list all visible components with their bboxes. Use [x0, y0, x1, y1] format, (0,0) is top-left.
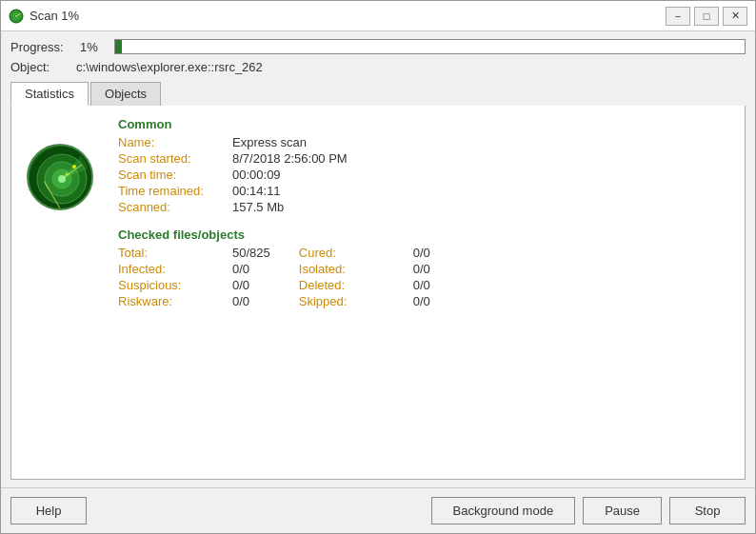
stat-label-started: Scan started: [118, 151, 232, 166]
background-mode-button[interactable]: Background mode [431, 497, 576, 524]
checked-label-isolated: Isolated: [299, 262, 413, 276]
checked-label-infected: Infected: [118, 262, 232, 276]
object-row: Object: c:\windows\explorer.exe::rsrc_26… [10, 60, 746, 74]
bottom-bar: Help Background mode Pause Stop [1, 487, 755, 533]
checked-label-deleted: Deleted: [299, 278, 413, 292]
svg-point-14 [72, 165, 76, 168]
progress-label: Progress: [10, 40, 72, 54]
tab-content-statistics: Common Name: Express scan Scan started: … [10, 106, 746, 480]
checked-left-cols: Total: 50/825 Infected: 0/0 Suspicious: … [118, 246, 270, 310]
stat-value-scanned: 157.5 Mb [232, 200, 284, 214]
stats-content: Common Name: Express scan Scan started: … [118, 115, 729, 469]
tab-bar: Statistics Objects [10, 82, 746, 107]
checked-row-isolated: Isolated: 0/0 [299, 262, 430, 276]
object-label: Object: [10, 60, 72, 74]
stat-row-scanned: Scanned: 157.5 Mb [118, 200, 729, 214]
main-window: Scan 1% − □ ✕ Progress: 1% Object: c:\wi… [0, 0, 756, 534]
window-title: Scan 1% [30, 9, 79, 23]
checked-section-title: Checked files/objects [118, 227, 729, 242]
checked-row-cured: Cured: 0/0 [299, 246, 430, 260]
stat-label-scanned: Scanned: [118, 200, 232, 214]
pause-button[interactable]: Pause [583, 497, 662, 524]
stat-row-remained: Time remained: 00:14:11 [118, 184, 729, 198]
svg-point-15 [66, 173, 69, 176]
checked-label-riskware: Riskware: [118, 294, 232, 308]
checked-row-deleted: Deleted: 0/0 [299, 278, 430, 292]
progress-row: Progress: 1% [10, 39, 746, 54]
stat-value-remained: 00:14:11 [232, 184, 281, 198]
checked-value-deleted: 0/0 [413, 278, 430, 292]
help-button[interactable]: Help [10, 497, 87, 524]
progress-bar-container [114, 39, 746, 54]
checked-label-skipped: Skipped: [299, 294, 413, 308]
stat-row-time: Scan time: 00:00:09 [118, 168, 729, 182]
checked-row-total: Total: 50/825 [118, 246, 270, 260]
checked-value-skipped: 0/0 [413, 294, 430, 308]
common-section-title: Common [118, 117, 729, 131]
checked-value-suspicious: 0/0 [232, 278, 249, 292]
checked-label-cured: Cured: [299, 246, 413, 260]
stop-button[interactable]: Stop [669, 497, 746, 524]
stat-label-remained: Time remained: [118, 184, 232, 198]
stat-row-started: Scan started: 8/7/2018 2:56:00 PM [118, 151, 729, 166]
object-value: c:\windows\explorer.exe::rsrc_262 [76, 60, 263, 74]
checked-value-total: 50/825 [232, 246, 270, 260]
tab-statistics[interactable]: Statistics [10, 82, 89, 106]
radar-area [27, 115, 103, 469]
bottom-right-buttons: Background mode Pause Stop [431, 497, 746, 524]
checked-row-riskware: Riskware: 0/0 [118, 294, 270, 308]
checked-value-cured: 0/0 [413, 246, 430, 260]
title-controls: − □ ✕ [666, 7, 747, 26]
progress-percent: 1% [80, 40, 107, 54]
tab-objects[interactable]: Objects [90, 82, 161, 106]
checked-section: Checked files/objects Total: 50/825 Infe… [118, 226, 729, 310]
stat-label-name: Name: [118, 135, 232, 149]
checked-label-suspicious: Suspicious: [118, 278, 232, 292]
stat-row-name: Name: Express scan [118, 135, 729, 149]
checked-value-infected: 0/0 [232, 262, 249, 276]
checked-label-total: Total: [118, 246, 232, 260]
stat-label-time: Scan time: [118, 168, 232, 182]
content-area: Progress: 1% Object: c:\windows\explorer… [1, 31, 755, 487]
title-bar-left: Scan 1% [9, 9, 79, 24]
close-button[interactable]: ✕ [723, 7, 747, 26]
radar-svg [29, 146, 93, 210]
checked-value-riskware: 0/0 [232, 294, 249, 308]
checked-value-isolated: 0/0 [413, 262, 430, 276]
minimize-button[interactable]: − [666, 7, 690, 26]
stat-value-started: 8/7/2018 2:56:00 PM [232, 151, 348, 166]
checked-row-skipped: Skipped: 0/0 [299, 294, 430, 308]
tabs-area: Statistics Objects [10, 82, 746, 480]
app-icon [9, 9, 24, 24]
stat-value-time: 00:00:09 [232, 168, 281, 182]
checked-right-cols: Cured: 0/0 Isolated: 0/0 Deleted: 0/0 [299, 246, 430, 310]
radar-icon [27, 144, 93, 210]
checked-row-infected: Infected: 0/0 [118, 262, 270, 276]
stat-value-name: Express scan [232, 135, 307, 149]
checked-row-suspicious: Suspicious: 0/0 [118, 278, 270, 292]
progress-bar-fill [115, 40, 122, 53]
title-bar: Scan 1% − □ ✕ [1, 1, 755, 31]
maximize-button[interactable]: □ [694, 7, 719, 26]
